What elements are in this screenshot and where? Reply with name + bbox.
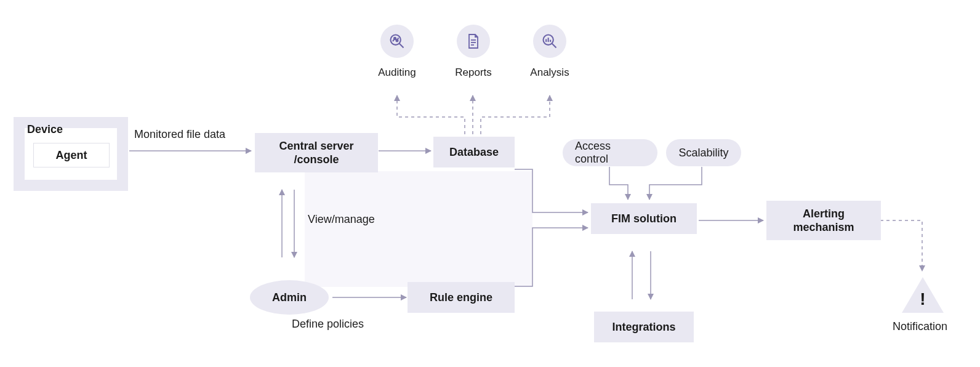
analysis-label: Analysis — [513, 67, 587, 79]
edge-label-viewmanage: View/manage — [308, 213, 375, 226]
access-control-node: Access control — [563, 139, 657, 166]
agent-node: Agent — [33, 143, 110, 167]
rule-engine-node: Rule engine — [408, 282, 515, 313]
reports-icon — [457, 25, 490, 58]
reports-label: Reports — [436, 67, 510, 79]
analysis-icon — [533, 25, 566, 58]
svg-line-10 — [400, 44, 404, 48]
svg-line-17 — [552, 44, 556, 48]
integrations-node: Integrations — [594, 312, 694, 342]
svg-point-11 — [394, 38, 396, 39]
device-label: Device — [27, 123, 63, 136]
central-server-node: Central server /console — [255, 133, 378, 172]
notification-icon: ! — [902, 277, 944, 313]
edge-label-monitored: Monitored file data — [134, 128, 225, 141]
fim-solution-node: FIM solution — [591, 203, 697, 234]
alerting-node: Alerting mechanism — [766, 201, 881, 240]
auditing-label: Auditing — [360, 67, 434, 79]
edge-label-define: Define policies — [292, 318, 364, 331]
svg-point-12 — [396, 39, 398, 41]
notification-label: Notification — [893, 320, 947, 333]
auditing-icon — [380, 25, 414, 58]
database-node: Database — [433, 137, 515, 167]
svg-rect-4 — [305, 171, 532, 287]
scalability-node: Scalability — [666, 139, 741, 166]
admin-node: Admin — [250, 280, 329, 315]
warning-mark: ! — [919, 289, 926, 309]
